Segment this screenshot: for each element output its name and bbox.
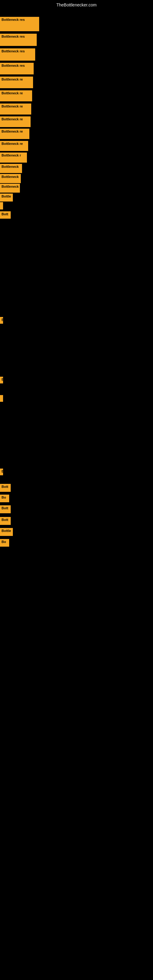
bottleneck-item: Bottleneck res [0,34,37,46]
bottleneck-item: Bottleneck res [0,63,33,75]
bottleneck-item: Bottleneck re [0,90,32,101]
bottleneck-item: Bottleneck re [0,76,33,88]
bottleneck-item: B [0,317,3,324]
bottleneck-item: Bottleneck res [0,17,39,31]
bottleneck-item: Bottle [0,194,13,202]
bottleneck-item [0,202,3,210]
bottleneck-item: Bottleneck [0,164,22,173]
bottleneck-item: Bott [0,211,11,219]
bottleneck-item: B [0,377,3,383]
bottleneck-item: Bottle [0,528,13,536]
bottleneck-item: Bottleneck re [0,103,31,115]
bottleneck-item: B [0,469,3,475]
bottleneck-item: Bott [0,484,11,492]
bottleneck-item: Bottleneck re [0,129,29,139]
bottleneck-item: Bottleneck r [0,153,27,162]
bottleneck-item: Bottleneck res [0,48,35,60]
bottleneck-item: Bo [0,495,9,502]
site-title: TheBottlenecker.com [0,0,153,10]
bottleneck-item: Bo [0,539,9,547]
bottleneck-item: Bottleneck [0,174,21,183]
bottleneck-item: Bottleneck re [0,141,28,151]
bottleneck-item: Bottleneck re [0,116,30,127]
bottleneck-item: Bott [0,517,11,525]
bottleneck-item: Bottleneck [0,184,20,192]
bottleneck-item [0,395,3,402]
bottleneck-item: Bott [0,505,11,513]
